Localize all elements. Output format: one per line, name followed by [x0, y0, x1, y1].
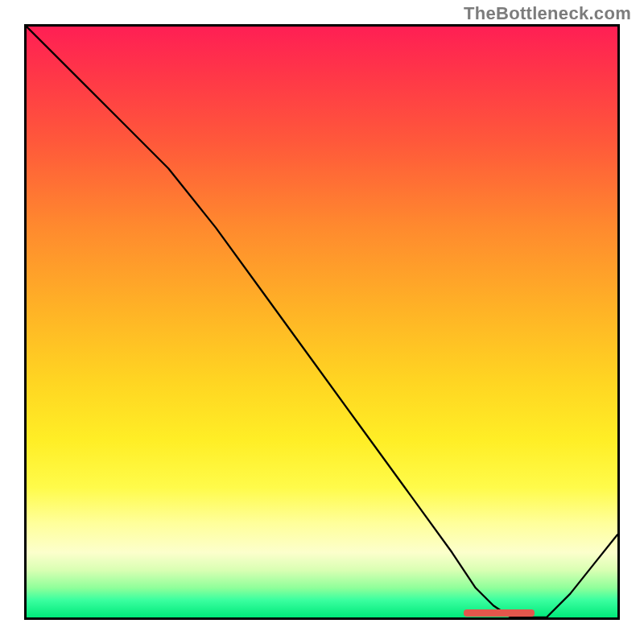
- plot-area: [24, 24, 620, 620]
- chart-container: TheBottleneck.com: [0, 0, 644, 644]
- highlight-segment: [464, 609, 535, 617]
- watermark-text: TheBottleneck.com: [464, 3, 631, 24]
- line-curve: [27, 27, 617, 617]
